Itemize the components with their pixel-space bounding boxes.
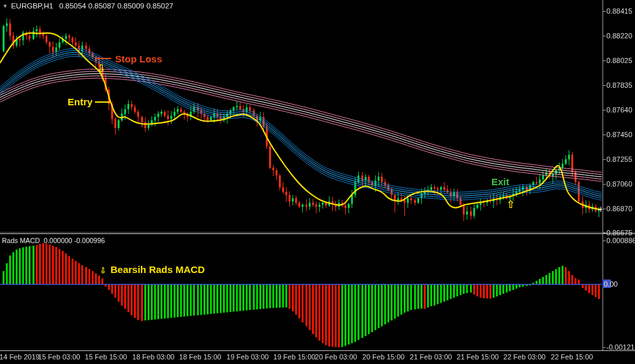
sell-arrow-icon[interactable]: ⇩ xyxy=(97,62,105,75)
price-axis-label: 0.88220 xyxy=(606,32,632,40)
time-axis-label: 14 Feb 2019 xyxy=(0,353,40,361)
quote-values: 0.85054 0.85087 0.85009 0.85027 xyxy=(59,2,174,10)
price-axis-label: 0.88415 xyxy=(606,7,632,15)
macd-axis-label: 0.000886 xyxy=(606,237,635,244)
time-axis-label: 19 Feb 03:00 xyxy=(227,353,269,361)
macd-axis-label: -0.001218 xyxy=(606,343,635,351)
price-axis-label: 0.87835 xyxy=(606,81,632,89)
time-axis-label: 19 Feb 15:00 xyxy=(274,353,316,361)
price-axis-label: 0.87060 xyxy=(606,180,632,188)
time-axis-label: 22 Feb 03:00 xyxy=(504,353,546,361)
indicator-name: Rads MACD xyxy=(2,237,40,244)
time-axis-label: 21 Feb 03:00 xyxy=(410,353,452,361)
exit-arrow-icon[interactable]: ⇧ xyxy=(506,198,515,211)
macd-zero-label: 0.00 xyxy=(604,280,617,288)
stop-loss-tick-line[interactable] xyxy=(96,58,111,59)
macd-note-label[interactable]: Bearsih Rads MACD xyxy=(110,264,205,275)
chart-canvas[interactable] xyxy=(0,0,635,364)
time-axis-label: 22 Feb 15:00 xyxy=(551,353,593,361)
macd-note-arrow-icon[interactable]: ⇩ xyxy=(99,266,107,276)
stop-loss-label[interactable]: Stop Loss xyxy=(115,53,162,64)
time-axis-label: 18 Feb 03:00 xyxy=(133,353,175,361)
entry-tick-line[interactable] xyxy=(95,101,110,103)
indicator-values: 0.000000 -0.000996 xyxy=(44,237,105,244)
symbol-timeframe-label: EURGBP,H1 xyxy=(11,2,53,10)
price-axis-label: 0.86870 xyxy=(606,205,632,213)
exit-label[interactable]: Exit xyxy=(491,176,510,187)
time-axis-label: 15 Feb 03:00 xyxy=(38,353,81,361)
time-axis-label: 18 Feb 15:00 xyxy=(179,353,222,361)
entry-label[interactable]: Entry xyxy=(68,96,92,107)
symbol-dropdown-icon: ▼ xyxy=(3,3,8,9)
time-axis-label: 20 Feb 15:00 xyxy=(363,353,405,361)
price-axis-label: 0.86675 xyxy=(606,229,632,237)
price-axis-label: 0.87450 xyxy=(606,131,632,138)
price-axis-label: 0.88025 xyxy=(606,57,632,64)
price-axis-label: 0.87640 xyxy=(606,106,632,114)
indicator-pane-label: Rads MACD0.000000 -0.000996 xyxy=(2,237,105,244)
price-axis-label: 0.87255 xyxy=(606,155,632,163)
quote-overlay: ▼EURGBP,H10.85054 0.85087 0.85009 0.8502… xyxy=(3,2,174,10)
mt4-chart-window: ▼EURGBP,H10.85054 0.85087 0.85009 0.8502… xyxy=(0,0,635,364)
time-axis-label: 21 Feb 15:00 xyxy=(457,353,499,361)
time-axis-label: 20 Feb 03:00 xyxy=(315,353,357,361)
time-axis-label: 15 Feb 15:00 xyxy=(85,353,127,361)
